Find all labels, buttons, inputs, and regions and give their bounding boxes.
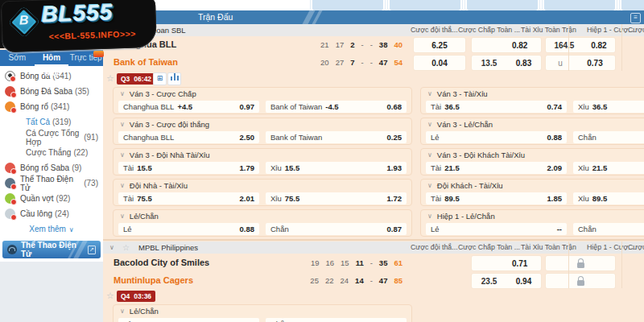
away-team-name: Muntinlupa Cagers [114, 275, 193, 285]
sidebar-item-tennis[interactable]: Quần vợt(92) [0, 191, 103, 206]
chevron-down-icon[interactable]: ∨ [109, 242, 114, 254]
league-row[interactable]: Đài Loan SBL Cược đội thắ... Cược Chấp T… [103, 24, 644, 36]
handicap-odds-cell[interactable]: 23.50.94 [472, 274, 541, 288]
sidebar-item-count: (92) [56, 194, 71, 203]
sidebar-item-parlay[interactable]: Cá Cược Tổng Hợp(91) [0, 130, 103, 145]
market-header[interactable]: ∨Ván 3 - Đội Khách Tài/Xỉu [421, 149, 644, 161]
odds-cell[interactable]: Chẵn0.87 [266, 223, 407, 235]
odds-cell[interactable]: Bank of Taiwan-4.50.68 [266, 101, 407, 113]
sidebar-item-outright[interactable]: Cược Thắng(22) [0, 145, 103, 160]
handicap-odds-cell[interactable]: 0.71 [472, 256, 541, 270]
column-divider [568, 24, 569, 71]
odds-cell[interactable]: Tài36.50.74 [426, 101, 567, 113]
sidebar-item-count: (9) [72, 163, 81, 172]
selection-odds: 1.79 [240, 163, 255, 172]
soccer-icon [5, 71, 15, 81]
mini-match-card[interactable] [620, 0, 644, 10]
odds-cell[interactable]: Tài21.52.09 [426, 162, 567, 174]
odds-column-header: Hiệp 1 - Cượ... [587, 242, 634, 254]
sidebar-item-basketball[interactable]: Bóng rổ(341) [0, 99, 103, 114]
selection-label: Changhua BLL [123, 102, 174, 111]
favorite-star-icon[interactable]: ☆ [122, 242, 130, 254]
brand-logo[interactable]: B BL555 <<<BL-555.INFO>>> [1, 0, 157, 52]
moneyline-odds-cell[interactable]: 6.25 [414, 38, 465, 52]
selection-line: 15.5 [137, 163, 152, 172]
sidebar-tabs: Sớm Hôm Nay Trực tiếp [0, 50, 103, 66]
selection-odds: 2.09 [547, 163, 563, 172]
mini-match-card[interactable] [543, 0, 617, 10]
show-more-label: Xem thêm [29, 225, 66, 233]
odds-cell[interactable]: Bank of Taiwan0.25 [266, 131, 407, 143]
score-total: 85 [394, 276, 402, 285]
odds-cell[interactable]: Chẵn [266, 318, 407, 322]
league-row[interactable]: ∨ ☆ MPBL Philippines Cược đội thắ... Cượ… [103, 242, 644, 254]
score-value: 47 [379, 58, 388, 67]
market-header[interactable]: ∨Hiệp 1 - Lẻ/Chẵn [421, 210, 644, 222]
total-odds-cell[interactable]: 164.50.82 [546, 38, 615, 52]
odds-cell[interactable]: Changhua BLL2.50 [118, 131, 259, 143]
odds-cell[interactable]: Xỉu21.5 [573, 162, 644, 174]
odds-cell[interactable]: Xỉu15.51.93 [266, 162, 407, 174]
favorite-star-icon[interactable]: ☆ [106, 73, 114, 84]
odds-value: 0.82 [512, 41, 527, 50]
sidebar-item-badminton[interactable]: Cầu lông(24) [0, 206, 103, 221]
tab-today[interactable]: Hôm Nay [35, 50, 69, 66]
tab-live[interactable]: Trực tiếp [68, 50, 103, 66]
odds-cell[interactable]: Xỉu36.5 [573, 101, 644, 113]
odds-cell[interactable]: Xỉu75.51.72 [266, 192, 407, 204]
odds-cell[interactable]: Lẻ0.88 [426, 131, 567, 143]
odds-cell[interactable]: Xỉu89.5 [573, 192, 644, 204]
section-title: Trận Đấu [198, 10, 233, 24]
odds-cell[interactable]: Tài89.51.85 [426, 192, 567, 204]
sidebar-item-all[interactable]: Tất Cả(319) [0, 114, 103, 130]
show-more-link[interactable]: Xem thêm∨ [0, 221, 103, 237]
list-settings-icon[interactable]: ≡ [630, 13, 641, 23]
sidebar-item-soccer-saba[interactable]: Bóng Đá Saba(35) [0, 84, 103, 99]
odds-cell[interactable]: Tài75.52.01 [118, 192, 259, 204]
selection-line: 75.5 [285, 194, 300, 203]
stats-chart-icon[interactable] [167, 72, 181, 85]
handicap-odds-cell[interactable]: 0.82 [472, 38, 541, 52]
sidebar-item-count: (73) [84, 179, 98, 188]
market-header[interactable]: ∨Đội Nhà - Tài/Xỉu [114, 180, 411, 192]
market-header[interactable]: ∨Lẻ/Chẵn [114, 210, 411, 222]
selection-odds: 0.97 [240, 102, 255, 111]
selection-line: 89.5 [592, 194, 608, 203]
selection-line: 89.5 [444, 194, 460, 203]
moneyline-odds-cell[interactable]: 0.04 [414, 56, 465, 70]
mini-match-card[interactable] [465, 0, 539, 10]
odds-cell[interactable]: Lẻ0.88 [118, 223, 259, 235]
sidebar-item-basketball-saba[interactable]: Bóng rổ Saba(9) [0, 160, 103, 175]
score-value: 11 [356, 258, 364, 267]
mini-match-card[interactable] [388, 0, 462, 10]
tennis-icon [5, 193, 15, 204]
favorite-star-icon[interactable]: ☆ [106, 291, 114, 301]
odds-cell[interactable]: Lẻ [118, 318, 259, 322]
sidebar-item-count: (22) [73, 148, 88, 157]
odds-cell[interactable]: Changhua BLL+4.50.97 [118, 101, 259, 113]
score-value: 35 [379, 258, 388, 267]
odds-cell[interactable]: Chẵn [573, 131, 644, 143]
mini-match-card[interactable] [311, 0, 385, 10]
grid-view-icon[interactable]: ⊞ [153, 72, 167, 85]
market-header[interactable]: ∨Ván 3 - Tài/Xỉu [421, 88, 644, 100]
market-header[interactable]: ∨Ván 3 - Cược đội thắng [114, 118, 411, 130]
market-box: ∨Ván 3 - Cược Chấp Changhua BLL+4.50.97 … [113, 87, 412, 114]
team-row: Bank of Taiwan 20 27 7 - - 47 54 0.04 13… [103, 54, 644, 72]
handicap-odds-cell[interactable]: 13.50.83 [472, 56, 541, 70]
odds-cell[interactable]: Chẵn [573, 223, 644, 235]
total-odds-cell[interactable]: u0.73 [546, 56, 615, 70]
odds-cell[interactable]: Lẻ-- [426, 223, 567, 235]
odds-column-header: Cược đội thắ... [411, 24, 458, 36]
market-header[interactable]: ∨Lẻ/Chẵn [114, 305, 411, 317]
market-header[interactable]: ∨Ván 3 - Đội Nhà Tài/Xỉu [114, 149, 411, 161]
market-header[interactable]: ∨Ván 3 - Cược Chấp [114, 88, 411, 100]
odds-cell[interactable]: Tài15.51.79 [118, 162, 259, 174]
team-row: Muntinlupa Cagers 25 22 24 14 - 47 85 23… [103, 272, 644, 290]
selection-label: Bank of Taiwan [270, 133, 322, 142]
market-header[interactable]: ∨Ván 3 - Lẻ/Chẵn [421, 118, 644, 130]
chevron-down-icon: ∨ [120, 119, 125, 130]
esports-banner-button[interactable]: Thể Thao Điện Tử ↗ [2, 241, 101, 258]
sidebar-item-esports[interactable]: Thể Thao Điện Tử(73) [0, 175, 103, 191]
market-header[interactable]: ∨Đội Khách - Tài/Xỉu [421, 180, 644, 192]
